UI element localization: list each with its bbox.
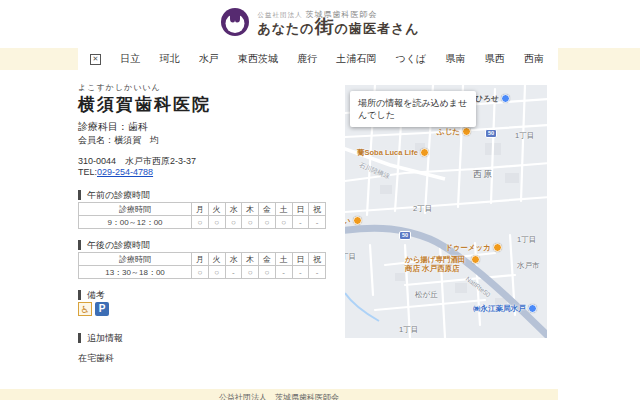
department-label: 診療科目：歯科 bbox=[78, 120, 148, 134]
schedule-header-cell: 祝 bbox=[309, 203, 326, 216]
schedule-header-cell: 日 bbox=[292, 203, 309, 216]
schedule-header-cell: 水 bbox=[225, 203, 242, 216]
schedule-mark-cell: - bbox=[292, 266, 309, 279]
map-area-label: 1丁目 bbox=[515, 131, 534, 140]
blue-map-pin-icon[interactable] bbox=[501, 94, 510, 103]
schedule-mark-cell: ○ bbox=[242, 266, 259, 279]
orange-map-pin-icon[interactable] bbox=[493, 243, 502, 252]
schedule-header-cell: 祝 bbox=[309, 253, 326, 266]
map-area-label: 松が丘 bbox=[415, 290, 438, 299]
map-area-label: 1丁目 bbox=[399, 325, 418, 334]
map[interactable]: 菓子処 ひろせふじた1丁目蕎Soba Luca Life石川陸橋線西原2丁目い1… bbox=[345, 85, 547, 338]
member-name-label: 会員名：横須賀 均 bbox=[78, 134, 159, 147]
schedule-mark-cell: ○ bbox=[208, 266, 225, 279]
morning-hours-heading: 午前の診療時間 bbox=[78, 190, 150, 200]
site-tagline: あなたの街の歯医者さん bbox=[257, 20, 419, 37]
schedule-mark-cell: - bbox=[275, 266, 292, 279]
map-label-text: ふじた bbox=[437, 127, 460, 136]
schedule-mark-cell: ○ bbox=[259, 266, 276, 279]
schedule-header-cell: 水 bbox=[225, 253, 242, 266]
map-label-text: 1丁目 bbox=[399, 325, 418, 334]
tel-link[interactable]: 029-254-4788 bbox=[97, 167, 153, 177]
schedule-mark-cell: ○ bbox=[192, 216, 209, 229]
map-area-label: 水戸市 bbox=[517, 261, 540, 270]
nav-item-10[interactable]: 西南 bbox=[524, 52, 544, 66]
orange-map-pin-icon[interactable] bbox=[420, 148, 429, 157]
schedule-header-cell: 金 bbox=[259, 253, 276, 266]
map-poi-label[interactable]: ふじた bbox=[437, 127, 471, 136]
route-shield-icon: 50 bbox=[485, 129, 497, 138]
parking-icon: P bbox=[95, 302, 109, 316]
map-poi-label[interactable]: い bbox=[345, 216, 362, 225]
orange-map-pin-icon[interactable] bbox=[462, 127, 471, 136]
map-label-text: 丁目 bbox=[345, 252, 356, 261]
schedule-time-cell: 13：30～18：00 bbox=[79, 266, 192, 279]
afternoon-hours-table: 診療時間月火水木金土日祝13：30～18：00○○-○○--- bbox=[78, 252, 326, 279]
map-label-text: 蕎Soba Luca Life bbox=[357, 148, 418, 157]
schedule-mark-cell: ○ bbox=[225, 216, 242, 229]
nav-item-8[interactable]: 県南 bbox=[445, 52, 465, 66]
nav-item-1[interactable]: 日立 bbox=[120, 52, 140, 66]
nav-item-3[interactable]: 水戸 bbox=[199, 52, 219, 66]
map-poi-label[interactable]: ドゥーメッカ bbox=[445, 243, 502, 252]
org-name: 公益社団法人茨城県歯科医師会 bbox=[257, 10, 419, 20]
map-label-text: ドゥーメッカ bbox=[445, 243, 491, 252]
schedule-header-cell: 診療時間 bbox=[79, 253, 192, 266]
map-error-popup: 場所の情報を読み込めませんでした bbox=[350, 91, 476, 127]
afternoon-hours-heading: 午後の診療時間 bbox=[78, 240, 150, 250]
schedule-header-cell: 火 bbox=[208, 253, 225, 266]
map-label-text: 1丁目 bbox=[517, 235, 536, 244]
schedule-header-cell: 月 bbox=[192, 203, 209, 216]
map-label-text: 2丁目 bbox=[413, 204, 432, 213]
nav-item-5[interactable]: 鹿行 bbox=[297, 52, 317, 66]
blue-map-pin-icon[interactable] bbox=[528, 304, 537, 313]
tagline-pre: あなたの bbox=[257, 21, 314, 36]
wheelchair-accessible-icon: ♿ bbox=[78, 302, 92, 316]
broken-image-icon[interactable]: ✕ bbox=[90, 54, 101, 65]
schedule-header-cell: 土 bbox=[275, 203, 292, 216]
schedule-mark-cell: - bbox=[292, 216, 309, 229]
map-label-text: 1丁目 bbox=[515, 131, 534, 140]
map-label-text: い bbox=[345, 216, 351, 225]
nav-item-2[interactable]: 珂北 bbox=[159, 52, 179, 66]
map-label-text: 松が丘 bbox=[415, 290, 438, 299]
orange-map-pin-icon[interactable] bbox=[353, 216, 362, 225]
tel-row: TEL:029-254-4788 bbox=[78, 167, 153, 177]
schedule-mark-cell: ○ bbox=[242, 216, 259, 229]
map-poi-label[interactable]: から揚げ専門酒田 商店 水戸西原店 bbox=[405, 255, 480, 273]
remarks-heading: 備考 bbox=[78, 290, 105, 300]
schedule-mark-cell: - bbox=[309, 216, 326, 229]
tel-label: TEL: bbox=[78, 167, 97, 177]
nav-item-7[interactable]: つくば bbox=[396, 52, 427, 66]
dental-association-logo-icon bbox=[220, 7, 250, 41]
nav-item-6[interactable]: 土浦石岡 bbox=[336, 52, 376, 66]
map-label-text: ㈱永江薬局水戸 bbox=[473, 304, 526, 313]
page: 公益社団法人茨城県歯科医師会 あなたの街の歯医者さん ✕ 日立珂北水戸東西茨城鹿… bbox=[0, 0, 640, 400]
map-label-text: 西原 bbox=[473, 169, 494, 179]
orange-map-pin-icon[interactable] bbox=[471, 255, 480, 264]
schedule-header-cell: 日 bbox=[292, 253, 309, 266]
schedule-header-cell: 木 bbox=[242, 203, 259, 216]
map-poi-label[interactable]: 蕎Soba Luca Life bbox=[357, 148, 429, 157]
nav-links: ✕ 日立珂北水戸東西茨城鹿行土浦石岡つくば県南県西西南 bbox=[78, 48, 558, 70]
map-area-label: 西原 bbox=[473, 169, 494, 179]
morning-hours-table: 診療時間月火水木金土日祝9：00～12：00○○○○○○-- bbox=[78, 202, 326, 229]
schedule-header-cell: 月 bbox=[192, 253, 209, 266]
schedule-mark-cell: ○ bbox=[275, 216, 292, 229]
tagline-machi: 街 bbox=[315, 16, 335, 37]
extra-info-heading: 追加情報 bbox=[78, 333, 123, 343]
schedule-header-cell: 木 bbox=[242, 253, 259, 266]
route-shield-icon: 50 bbox=[399, 231, 411, 240]
map-poi-label[interactable]: ㈱永江薬局水戸 bbox=[473, 304, 537, 313]
map-area-label: 2丁目 bbox=[413, 204, 432, 213]
schedule-header-cell: 土 bbox=[275, 253, 292, 266]
schedule-mark-cell: - bbox=[225, 266, 242, 279]
nav-item-9[interactable]: 県西 bbox=[485, 52, 505, 66]
map-area-label: 丁目 bbox=[345, 252, 356, 261]
schedule-mark-cell: - bbox=[309, 266, 326, 279]
nav-item-4[interactable]: 東西茨城 bbox=[238, 52, 278, 66]
remarks-icons: ♿ P bbox=[78, 302, 109, 316]
site-logo[interactable]: 公益社団法人茨城県歯科医師会 あなたの街の歯医者さん bbox=[0, 7, 640, 41]
site-logo-text: 公益社団法人茨城県歯科医師会 あなたの街の歯医者さん bbox=[257, 10, 419, 37]
schedule-mark-cell: ○ bbox=[259, 216, 276, 229]
